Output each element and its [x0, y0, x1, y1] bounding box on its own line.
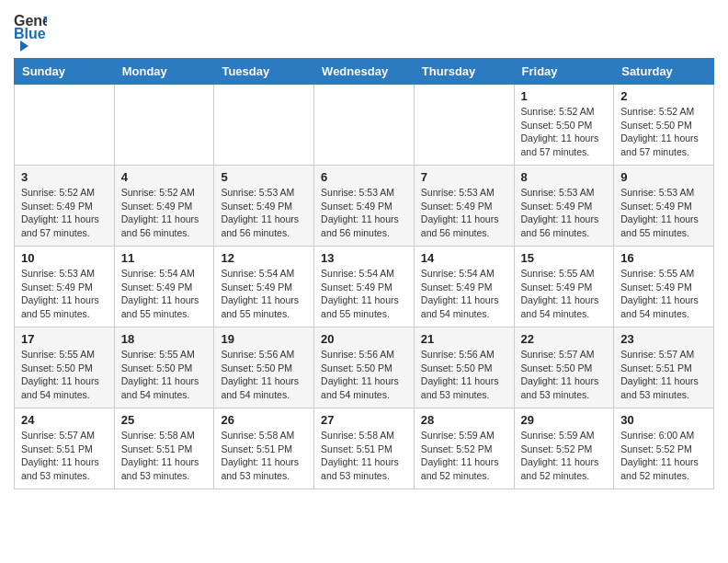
calendar-cell: 4Sunrise: 5:52 AM Sunset: 5:49 PM Daylig… — [114, 166, 214, 247]
calendar-cell: 9Sunrise: 5:53 AM Sunset: 5:49 PM Daylig… — [614, 166, 714, 247]
day-info: Sunrise: 5:52 AM Sunset: 5:49 PM Dayligh… — [121, 186, 208, 240]
weekday-header: Tuesday — [214, 59, 314, 85]
day-info: Sunrise: 5:57 AM Sunset: 5:51 PM Dayligh… — [21, 429, 108, 483]
day-info: Sunrise: 5:53 AM Sunset: 5:49 PM Dayligh… — [620, 186, 707, 240]
day-info: Sunrise: 5:56 AM Sunset: 5:50 PM Dayligh… — [221, 348, 307, 402]
calendar-cell: 14Sunrise: 5:54 AM Sunset: 5:49 PM Dayli… — [414, 247, 514, 327]
day-number: 8 — [521, 170, 608, 184]
logo: General Blue — [14, 9, 49, 51]
calendar-cell: 17Sunrise: 5:55 AM Sunset: 5:50 PM Dayli… — [15, 327, 115, 408]
day-info: Sunrise: 5:58 AM Sunset: 5:51 PM Dayligh… — [221, 429, 307, 483]
day-number: 29 — [521, 413, 608, 427]
day-info: Sunrise: 5:56 AM Sunset: 5:50 PM Dayligh… — [421, 348, 507, 402]
day-info: Sunrise: 5:58 AM Sunset: 5:51 PM Dayligh… — [121, 429, 208, 483]
weekday-header: Monday — [114, 59, 214, 85]
weekday-header: Friday — [514, 59, 614, 85]
day-number: 24 — [21, 413, 108, 427]
weekday-header: Wednesday — [314, 59, 415, 85]
day-info: Sunrise: 5:55 AM Sunset: 5:50 PM Dayligh… — [21, 348, 108, 402]
day-number: 3 — [21, 170, 108, 184]
calendar-cell: 19Sunrise: 5:56 AM Sunset: 5:50 PM Dayli… — [214, 327, 314, 408]
header: General Blue — [14, 9, 714, 51]
calendar-week-row: 10Sunrise: 5:53 AM Sunset: 5:49 PM Dayli… — [15, 247, 714, 327]
svg-marker-3 — [20, 40, 28, 52]
calendar-cell: 12Sunrise: 5:54 AM Sunset: 5:49 PM Dayli… — [214, 247, 314, 327]
calendar-cell: 18Sunrise: 5:55 AM Sunset: 5:50 PM Dayli… — [114, 327, 214, 408]
day-number: 22 — [521, 332, 608, 346]
day-number: 4 — [121, 170, 208, 184]
calendar-cell: 21Sunrise: 5:56 AM Sunset: 5:50 PM Dayli… — [414, 327, 514, 408]
day-info: Sunrise: 5:59 AM Sunset: 5:52 PM Dayligh… — [521, 429, 608, 483]
day-info: Sunrise: 5:54 AM Sunset: 5:49 PM Dayligh… — [221, 267, 307, 321]
calendar-cell: 27Sunrise: 5:58 AM Sunset: 5:51 PM Dayli… — [314, 408, 415, 489]
day-info: Sunrise: 5:53 AM Sunset: 5:49 PM Dayligh… — [21, 267, 108, 321]
calendar-cell: 13Sunrise: 5:54 AM Sunset: 5:49 PM Dayli… — [314, 247, 415, 327]
calendar-cell — [15, 85, 115, 166]
day-number: 26 — [221, 413, 307, 427]
day-info: Sunrise: 5:54 AM Sunset: 5:49 PM Dayligh… — [421, 267, 507, 321]
day-info: Sunrise: 5:55 AM Sunset: 5:50 PM Dayligh… — [121, 348, 208, 402]
day-number: 18 — [121, 332, 208, 346]
calendar-cell: 3Sunrise: 5:52 AM Sunset: 5:49 PM Daylig… — [15, 166, 115, 247]
day-info: Sunrise: 5:52 AM Sunset: 5:49 PM Dayligh… — [21, 186, 108, 240]
day-info: Sunrise: 5:53 AM Sunset: 5:49 PM Dayligh… — [421, 186, 507, 240]
day-number: 11 — [121, 251, 208, 265]
calendar-cell — [114, 85, 214, 166]
calendar-cell: 22Sunrise: 5:57 AM Sunset: 5:50 PM Dayli… — [514, 327, 614, 408]
day-info: Sunrise: 5:56 AM Sunset: 5:50 PM Dayligh… — [321, 348, 407, 402]
day-info: Sunrise: 5:58 AM Sunset: 5:51 PM Dayligh… — [321, 429, 407, 483]
calendar-cell: 29Sunrise: 5:59 AM Sunset: 5:52 PM Dayli… — [514, 408, 614, 489]
day-number: 27 — [321, 413, 407, 427]
day-number: 25 — [121, 413, 208, 427]
day-info: Sunrise: 5:55 AM Sunset: 5:49 PM Dayligh… — [521, 267, 608, 321]
calendar-cell — [414, 85, 514, 166]
day-number: 15 — [521, 251, 608, 265]
page-container: General Blue SundayMondayTuesdayWednesda… — [0, 0, 728, 503]
calendar-cell: 16Sunrise: 5:55 AM Sunset: 5:49 PM Dayli… — [614, 247, 714, 327]
calendar-cell: 28Sunrise: 5:59 AM Sunset: 5:52 PM Dayli… — [414, 408, 514, 489]
calendar-cell: 2Sunrise: 5:52 AM Sunset: 5:50 PM Daylig… — [614, 85, 714, 166]
day-number: 5 — [221, 170, 307, 184]
calendar-cell: 11Sunrise: 5:54 AM Sunset: 5:49 PM Dayli… — [114, 247, 214, 327]
day-info: Sunrise: 5:59 AM Sunset: 5:52 PM Dayligh… — [421, 429, 507, 483]
calendar-cell: 15Sunrise: 5:55 AM Sunset: 5:49 PM Dayli… — [514, 247, 614, 327]
day-info: Sunrise: 5:53 AM Sunset: 5:49 PM Dayligh… — [221, 186, 307, 240]
weekday-header: Saturday — [614, 59, 714, 85]
day-number: 9 — [620, 170, 707, 184]
day-number: 12 — [221, 251, 307, 265]
calendar-cell: 23Sunrise: 5:57 AM Sunset: 5:51 PM Dayli… — [614, 327, 714, 408]
calendar-cell: 30Sunrise: 6:00 AM Sunset: 5:52 PM Dayli… — [614, 408, 714, 489]
calendar-week-row: 24Sunrise: 5:57 AM Sunset: 5:51 PM Dayli… — [15, 408, 714, 489]
day-info: Sunrise: 5:53 AM Sunset: 5:49 PM Dayligh… — [321, 186, 407, 240]
day-info: Sunrise: 6:00 AM Sunset: 5:52 PM Dayligh… — [620, 429, 707, 483]
day-number: 13 — [321, 251, 407, 265]
day-info: Sunrise: 5:54 AM Sunset: 5:49 PM Dayligh… — [121, 267, 208, 321]
calendar-cell: 25Sunrise: 5:58 AM Sunset: 5:51 PM Dayli… — [114, 408, 214, 489]
day-number: 7 — [421, 170, 507, 184]
day-info: Sunrise: 5:53 AM Sunset: 5:49 PM Dayligh… — [521, 186, 608, 240]
calendar-cell: 24Sunrise: 5:57 AM Sunset: 5:51 PM Dayli… — [15, 408, 115, 489]
calendar-header-row: SundayMondayTuesdayWednesdayThursdayFrid… — [15, 59, 714, 85]
calendar-cell: 7Sunrise: 5:53 AM Sunset: 5:49 PM Daylig… — [414, 166, 514, 247]
calendar-week-row: 1Sunrise: 5:52 AM Sunset: 5:50 PM Daylig… — [15, 85, 714, 166]
day-number: 16 — [620, 251, 707, 265]
day-number: 20 — [321, 332, 407, 346]
day-number: 30 — [620, 413, 707, 427]
calendar-week-row: 17Sunrise: 5:55 AM Sunset: 5:50 PM Dayli… — [15, 327, 714, 408]
day-info: Sunrise: 5:57 AM Sunset: 5:50 PM Dayligh… — [521, 348, 608, 402]
day-info: Sunrise: 5:55 AM Sunset: 5:49 PM Dayligh… — [620, 267, 707, 321]
calendar-cell — [214, 85, 314, 166]
calendar-cell: 20Sunrise: 5:56 AM Sunset: 5:50 PM Dayli… — [314, 327, 415, 408]
day-number: 10 — [21, 251, 108, 265]
calendar-cell — [314, 85, 415, 166]
weekday-header: Thursday — [414, 59, 514, 85]
day-number: 1 — [521, 89, 608, 103]
calendar-cell: 26Sunrise: 5:58 AM Sunset: 5:51 PM Dayli… — [214, 408, 314, 489]
day-number: 6 — [321, 170, 407, 184]
weekday-header: Sunday — [15, 59, 115, 85]
calendar-cell: 8Sunrise: 5:53 AM Sunset: 5:49 PM Daylig… — [514, 166, 614, 247]
day-number: 14 — [421, 251, 507, 265]
day-number: 28 — [421, 413, 507, 427]
calendar-cell: 1Sunrise: 5:52 AM Sunset: 5:50 PM Daylig… — [514, 85, 614, 166]
day-number: 17 — [21, 332, 108, 346]
